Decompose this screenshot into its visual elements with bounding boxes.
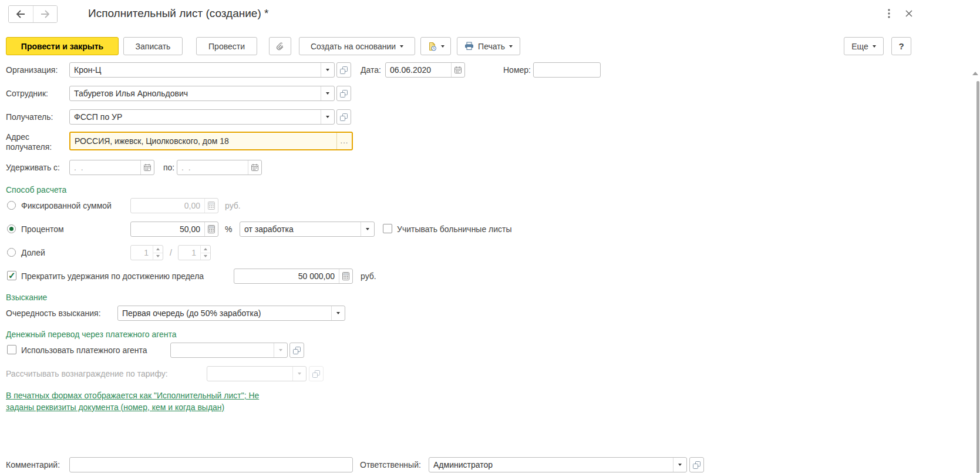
employee-open-button[interactable] xyxy=(336,86,351,101)
date-label: Дата: xyxy=(361,62,381,78)
scroll-up-icon[interactable] xyxy=(972,72,978,75)
print-button[interactable]: Печать xyxy=(457,37,520,55)
attachments-button[interactable] xyxy=(269,37,291,55)
payment-agent-input[interactable] xyxy=(171,343,274,357)
spinner-up-icon[interactable] xyxy=(153,246,163,253)
sick-leave-checkbox[interactable] xyxy=(383,224,392,233)
number-field[interactable] xyxy=(533,62,601,78)
responsible-input[interactable] xyxy=(429,458,673,472)
priority-dropdown-button[interactable] xyxy=(331,306,345,320)
tariff-dropdown-button[interactable] xyxy=(292,367,306,381)
organization-open-button[interactable] xyxy=(336,62,351,78)
chevron-down-icon xyxy=(336,312,340,314)
withhold-to-calendar-button[interactable] xyxy=(248,160,261,175)
recipient-open-button[interactable] xyxy=(336,109,351,125)
recipient-dropdown-button[interactable] xyxy=(321,110,334,124)
forward-arrow-icon xyxy=(40,10,50,18)
date-calendar-button[interactable] xyxy=(451,63,464,77)
share-numerator-spinner[interactable] xyxy=(153,246,163,260)
responsible-dropdown-button[interactable] xyxy=(673,458,686,472)
withhold-to-field[interactable] xyxy=(177,160,262,175)
spinner-up-icon[interactable] xyxy=(201,246,210,253)
number-input[interactable] xyxy=(534,63,600,77)
chevron-down-icon xyxy=(441,45,444,48)
save-label: Записать xyxy=(136,42,171,51)
print-form-warning-link[interactable]: В печатных формах отображается как "Испо… xyxy=(6,390,260,413)
document-window: Исполнительный лист (создание) * Провест… xyxy=(0,0,980,473)
responsible-open-button[interactable] xyxy=(689,457,704,472)
share-radio[interactable] xyxy=(7,248,16,257)
limit-amount-input[interactable] xyxy=(234,269,339,283)
recipient-field[interactable] xyxy=(69,109,335,125)
organization-dropdown-button[interactable] xyxy=(321,63,334,77)
priority-select[interactable] xyxy=(117,306,345,321)
forward-button[interactable] xyxy=(33,6,58,22)
withhold-from-field[interactable] xyxy=(69,160,154,175)
comment-field[interactable] xyxy=(69,457,353,472)
share-numerator-input[interactable] xyxy=(131,246,153,260)
recipient-address-field[interactable]: ... xyxy=(69,132,353,150)
spinner-down-icon[interactable] xyxy=(153,253,163,260)
kebab-menu-icon[interactable] xyxy=(883,8,895,19)
withhold-to-input[interactable] xyxy=(177,160,248,175)
organization-input[interactable] xyxy=(70,63,321,77)
recipient-address-input[interactable] xyxy=(70,133,336,149)
employee-dropdown-button[interactable] xyxy=(321,86,334,100)
withhold-to-label: по: xyxy=(163,160,174,175)
fixed-sum-field[interactable] xyxy=(130,198,218,213)
share-denominator-input[interactable] xyxy=(179,246,200,260)
use-payment-agent-checkbox[interactable] xyxy=(7,345,16,354)
percent-input[interactable] xyxy=(131,222,204,236)
percent-source-dropdown-button[interactable] xyxy=(361,222,374,236)
document-journal-button[interactable] xyxy=(420,37,451,55)
fixed-sum-calc-button[interactable] xyxy=(204,199,218,213)
share-denominator-field[interactable] xyxy=(178,245,211,260)
more-button[interactable]: Еще xyxy=(844,37,884,55)
tariff-input[interactable] xyxy=(207,367,292,381)
withhold-from-calendar-button[interactable] xyxy=(140,160,154,175)
tariff-field[interactable] xyxy=(207,366,307,381)
create-based-on-button[interactable]: Создать на основании xyxy=(299,37,415,55)
percent-calc-button[interactable] xyxy=(204,222,218,236)
percent-radio[interactable] xyxy=(7,224,16,233)
share-numerator-field[interactable] xyxy=(130,245,163,260)
create-based-on-label: Создать на основании xyxy=(311,42,396,51)
calculator-icon xyxy=(208,225,215,233)
back-button[interactable] xyxy=(9,6,33,22)
employee-input[interactable] xyxy=(70,86,321,100)
date-input[interactable] xyxy=(386,63,451,77)
limit-amount-field[interactable] xyxy=(234,269,353,284)
help-button[interactable]: ? xyxy=(891,37,911,55)
percent-field[interactable] xyxy=(130,222,218,237)
withhold-from-input[interactable] xyxy=(70,160,140,175)
stop-at-limit-checkbox[interactable] xyxy=(7,271,16,280)
fixed-sum-radio[interactable] xyxy=(7,201,16,210)
comment-input[interactable] xyxy=(70,458,352,472)
employee-label: Сотрудник: xyxy=(6,86,48,101)
chevron-down-icon xyxy=(298,373,301,375)
vertical-scrollbar[interactable] xyxy=(976,81,979,473)
limit-amount-calc-button[interactable] xyxy=(339,269,352,283)
organization-field[interactable] xyxy=(69,62,335,78)
employee-field[interactable] xyxy=(69,86,335,101)
date-field[interactable] xyxy=(385,62,465,78)
recipient-address-more-button[interactable]: ... xyxy=(336,133,352,149)
post-and-close-button[interactable]: Провести и закрыть xyxy=(6,37,119,55)
payment-agent-open-button[interactable] xyxy=(289,343,304,358)
post-button[interactable]: Провести xyxy=(196,37,257,55)
recipient-input[interactable] xyxy=(70,110,321,124)
fixed-sum-input[interactable] xyxy=(131,199,204,213)
calculator-icon xyxy=(208,202,215,210)
percent-source-input[interactable] xyxy=(240,222,361,236)
chevron-down-icon xyxy=(326,69,329,71)
spinner-down-icon[interactable] xyxy=(201,253,210,260)
percent-source-select[interactable] xyxy=(240,222,375,237)
close-icon[interactable] xyxy=(903,8,915,19)
share-denominator-spinner[interactable] xyxy=(200,246,210,260)
payment-agent-dropdown-button[interactable] xyxy=(274,343,287,357)
priority-input[interactable] xyxy=(118,306,331,320)
save-button[interactable]: Записать xyxy=(123,37,183,55)
responsible-field[interactable] xyxy=(429,457,687,472)
payment-agent-field[interactable] xyxy=(170,343,288,358)
tariff-open-button[interactable] xyxy=(309,366,324,381)
